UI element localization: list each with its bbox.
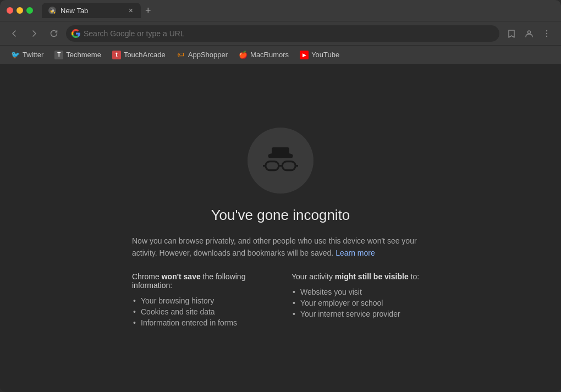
bookmark-appshopper[interactable]: 🏷 AppShopper: [172, 48, 232, 62]
tab-close-button[interactable]: ×: [128, 6, 134, 15]
list-item: Websites you visit: [292, 286, 429, 297]
incognito-svg: [258, 139, 302, 183]
list-item: Your internet service provider: [292, 308, 429, 319]
titlebar: 🕵 New Tab × +: [0, 0, 561, 21]
svg-rect-9: [266, 161, 279, 170]
tab-bar: 🕵 New Tab × +: [42, 3, 554, 18]
twitter-label: Twitter: [23, 51, 43, 59]
toucharcade-label: TouchArcade: [124, 51, 166, 59]
bookmark-youtube[interactable]: ▶ YouTube: [295, 48, 344, 62]
svg-point-5: [546, 35, 547, 36]
list-item: Cookies and site data: [132, 306, 270, 317]
incognito-description: Now you can browse privately, and other …: [132, 235, 429, 260]
bookmark-button[interactable]: [504, 27, 519, 40]
minimize-button[interactable]: [16, 7, 23, 14]
active-tab[interactable]: 🕵 New Tab ×: [42, 3, 141, 18]
maximize-button[interactable]: [26, 7, 33, 14]
might-be-visible-title: Your activity might still be visible to:: [292, 272, 429, 281]
address-bar-wrapper: [66, 25, 499, 42]
wont-save-column: Chrome won't save the following informat…: [132, 272, 270, 328]
svg-rect-8: [268, 154, 293, 157]
incognito-title: You've gone incognito: [211, 207, 350, 224]
svg-rect-10: [282, 161, 295, 170]
wont-save-title: Chrome won't save the following informat…: [132, 272, 270, 290]
twitter-favicon: 🐦: [11, 51, 20, 59]
techmeme-favicon: T: [54, 51, 63, 59]
forward-button[interactable]: [26, 27, 42, 40]
info-columns: Chrome won't save the following informat…: [132, 272, 429, 328]
tab-favicon: 🕵: [48, 7, 56, 14]
google-icon: [72, 29, 80, 38]
bookmark-techmeme[interactable]: T Techmeme: [50, 48, 106, 62]
svg-point-4: [546, 32, 547, 34]
close-button[interactable]: [7, 7, 13, 14]
navbar: [0, 21, 561, 45]
incognito-icon: [248, 128, 314, 194]
toucharcade-favicon: t: [112, 51, 121, 59]
macrumors-favicon: 🍎: [239, 51, 248, 59]
list-item: Your employer or school: [292, 297, 429, 308]
traffic-lights: [7, 7, 33, 14]
learn-more-link[interactable]: Learn more: [336, 249, 375, 257]
bookmark-twitter[interactable]: 🐦 Twitter: [7, 48, 48, 62]
reload-button[interactable]: [46, 27, 62, 40]
wont-save-list: Your browsing history Cookies and site d…: [132, 295, 270, 328]
appshopper-favicon: 🏷: [177, 51, 185, 59]
bookmark-macrumors[interactable]: 🍎 MacRumors: [234, 48, 293, 62]
appshopper-label: AppShopper: [188, 51, 228, 59]
address-input[interactable]: [66, 25, 499, 42]
svg-point-2: [528, 31, 531, 34]
might-be-visible-list: Websites you visit Your employer or scho…: [292, 286, 429, 319]
macrumors-label: MacRumors: [250, 51, 289, 59]
nav-actions: [504, 27, 554, 40]
techmeme-label: Techmeme: [66, 51, 101, 59]
profile-button[interactable]: [521, 27, 537, 40]
svg-point-3: [546, 30, 547, 31]
main-content: You've gone incognito Now you can browse…: [0, 64, 561, 392]
list-item: Information entered in forms: [132, 317, 270, 328]
bookmark-toucharcade[interactable]: t TouchArcade: [108, 48, 170, 62]
menu-button[interactable]: [539, 27, 554, 40]
bookmarks-bar: 🐦 Twitter T Techmeme t TouchArcade 🏷 App…: [0, 45, 561, 64]
svg-text:🕵: 🕵: [50, 8, 56, 14]
tab-title: New Tab: [61, 7, 88, 15]
youtube-label: YouTube: [311, 51, 339, 59]
list-item: Your browsing history: [132, 295, 270, 306]
new-tab-button[interactable]: +: [141, 5, 156, 16]
back-button[interactable]: [7, 27, 22, 40]
youtube-favicon: ▶: [300, 51, 309, 59]
might-be-visible-column: Your activity might still be visible to:…: [292, 272, 429, 328]
